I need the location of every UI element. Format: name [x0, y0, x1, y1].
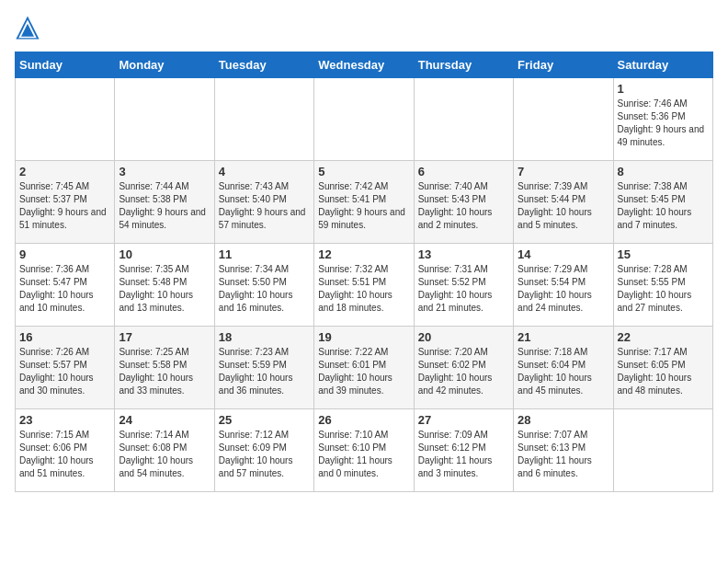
- day-number: 27: [418, 413, 509, 427]
- calendar-cell: 23Sunrise: 7:15 AM Sunset: 6:06 PM Dayli…: [16, 409, 115, 492]
- logo: [15, 15, 44, 40]
- calendar-cell: [115, 78, 214, 161]
- day-detail: Sunrise: 7:31 AM Sunset: 5:52 PM Dayligh…: [418, 263, 509, 315]
- calendar-week-row: 9Sunrise: 7:36 AM Sunset: 5:47 PM Daylig…: [16, 244, 713, 327]
- day-detail: Sunrise: 7:25 AM Sunset: 5:58 PM Dayligh…: [119, 346, 210, 397]
- calendar-cell: 27Sunrise: 7:09 AM Sunset: 6:12 PM Dayli…: [414, 409, 513, 492]
- calendar-cell: 17Sunrise: 7:25 AM Sunset: 5:58 PM Dayli…: [115, 327, 214, 409]
- day-detail: Sunrise: 7:29 AM Sunset: 5:54 PM Dayligh…: [518, 263, 609, 315]
- day-number: 8: [618, 165, 709, 178]
- calendar-cell: 13Sunrise: 7:31 AM Sunset: 5:52 PM Dayli…: [414, 244, 513, 327]
- day-detail: Sunrise: 7:44 AM Sunset: 5:38 PM Dayligh…: [119, 180, 210, 232]
- day-number: 7: [518, 165, 609, 178]
- day-number: 24: [119, 413, 210, 427]
- day-number: 1: [618, 82, 709, 96]
- calendar-week-row: 23Sunrise: 7:15 AM Sunset: 6:06 PM Dayli…: [16, 409, 713, 492]
- calendar-cell: 26Sunrise: 7:10 AM Sunset: 6:10 PM Dayli…: [314, 409, 414, 492]
- day-detail: Sunrise: 7:23 AM Sunset: 5:59 PM Dayligh…: [219, 346, 310, 397]
- calendar-cell: 10Sunrise: 7:35 AM Sunset: 5:48 PM Dayli…: [115, 244, 214, 327]
- day-number: 23: [19, 413, 110, 427]
- page-header: [15, 15, 713, 40]
- day-number: 14: [518, 247, 609, 261]
- day-number: 22: [618, 330, 709, 344]
- day-number: 28: [518, 413, 609, 427]
- day-detail: Sunrise: 7:38 AM Sunset: 5:45 PM Dayligh…: [618, 180, 709, 232]
- day-detail: Sunrise: 7:40 AM Sunset: 5:43 PM Dayligh…: [418, 180, 509, 232]
- calendar-table: SundayMondayTuesdayWednesdayThursdayFrid…: [15, 52, 713, 492]
- day-detail: Sunrise: 7:12 AM Sunset: 6:09 PM Dayligh…: [219, 429, 310, 480]
- calendar-cell: 19Sunrise: 7:22 AM Sunset: 6:01 PM Dayli…: [314, 327, 414, 409]
- calendar-cell: 22Sunrise: 7:17 AM Sunset: 6:05 PM Dayli…: [613, 327, 712, 409]
- calendar-cell: 9Sunrise: 7:36 AM Sunset: 5:47 PM Daylig…: [16, 244, 115, 327]
- day-detail: Sunrise: 7:07 AM Sunset: 6:13 PM Dayligh…: [518, 429, 609, 480]
- weekday-header-thursday: Thursday: [414, 52, 513, 78]
- day-detail: Sunrise: 7:26 AM Sunset: 5:57 PM Dayligh…: [19, 346, 110, 397]
- calendar-cell: [314, 78, 414, 161]
- day-number: 5: [318, 165, 409, 178]
- day-detail: Sunrise: 7:35 AM Sunset: 5:48 PM Dayligh…: [119, 263, 210, 315]
- day-detail: Sunrise: 7:22 AM Sunset: 6:01 PM Dayligh…: [318, 346, 409, 397]
- day-detail: Sunrise: 7:15 AM Sunset: 6:06 PM Dayligh…: [19, 429, 110, 480]
- calendar-cell: 5Sunrise: 7:42 AM Sunset: 5:41 PM Daylig…: [314, 161, 414, 244]
- day-number: 11: [219, 247, 310, 261]
- weekday-header-tuesday: Tuesday: [214, 52, 313, 78]
- calendar-cell: 15Sunrise: 7:28 AM Sunset: 5:55 PM Dayli…: [613, 244, 712, 327]
- day-detail: Sunrise: 7:28 AM Sunset: 5:55 PM Dayligh…: [618, 263, 709, 315]
- day-detail: Sunrise: 7:14 AM Sunset: 6:08 PM Dayligh…: [119, 429, 210, 480]
- day-number: 13: [418, 247, 509, 261]
- calendar-cell: 18Sunrise: 7:23 AM Sunset: 5:59 PM Dayli…: [214, 327, 313, 409]
- day-number: 9: [19, 247, 110, 261]
- day-number: 20: [418, 330, 509, 344]
- day-number: 16: [19, 330, 110, 344]
- day-detail: Sunrise: 7:45 AM Sunset: 5:37 PM Dayligh…: [19, 180, 110, 232]
- day-detail: Sunrise: 7:39 AM Sunset: 5:44 PM Dayligh…: [518, 180, 609, 232]
- day-detail: Sunrise: 7:17 AM Sunset: 6:05 PM Dayligh…: [618, 346, 709, 397]
- day-detail: Sunrise: 7:34 AM Sunset: 5:50 PM Dayligh…: [219, 263, 310, 315]
- calendar-cell: 20Sunrise: 7:20 AM Sunset: 6:02 PM Dayli…: [414, 327, 513, 409]
- calendar-cell: 14Sunrise: 7:29 AM Sunset: 5:54 PM Dayli…: [514, 244, 613, 327]
- calendar-cell: 4Sunrise: 7:43 AM Sunset: 5:40 PM Daylig…: [214, 161, 313, 244]
- calendar-cell: [214, 78, 313, 161]
- day-number: 19: [318, 330, 409, 344]
- weekday-header-monday: Monday: [115, 52, 214, 78]
- day-number: 6: [418, 165, 509, 178]
- day-detail: Sunrise: 7:09 AM Sunset: 6:12 PM Dayligh…: [418, 429, 509, 480]
- day-number: 18: [219, 330, 310, 344]
- day-detail: Sunrise: 7:42 AM Sunset: 5:41 PM Dayligh…: [318, 180, 409, 232]
- weekday-header-saturday: Saturday: [613, 52, 712, 78]
- weekday-header-sunday: Sunday: [16, 52, 115, 78]
- calendar-cell: [414, 78, 513, 161]
- calendar-week-row: 2Sunrise: 7:45 AM Sunset: 5:37 PM Daylig…: [16, 161, 713, 244]
- day-number: 26: [318, 413, 409, 427]
- calendar-cell: 1Sunrise: 7:46 AM Sunset: 5:36 PM Daylig…: [613, 78, 712, 161]
- calendar-cell: 24Sunrise: 7:14 AM Sunset: 6:08 PM Dayli…: [115, 409, 214, 492]
- calendar-cell: 21Sunrise: 7:18 AM Sunset: 6:04 PM Dayli…: [514, 327, 613, 409]
- day-detail: Sunrise: 7:43 AM Sunset: 5:40 PM Dayligh…: [219, 180, 310, 232]
- calendar-cell: 25Sunrise: 7:12 AM Sunset: 6:09 PM Dayli…: [214, 409, 313, 492]
- day-detail: Sunrise: 7:32 AM Sunset: 5:51 PM Dayligh…: [318, 263, 409, 315]
- day-number: 2: [19, 165, 110, 178]
- day-number: 12: [318, 247, 409, 261]
- day-detail: Sunrise: 7:36 AM Sunset: 5:47 PM Dayligh…: [19, 263, 110, 315]
- calendar-cell: 3Sunrise: 7:44 AM Sunset: 5:38 PM Daylig…: [115, 161, 214, 244]
- calendar-cell: [514, 78, 613, 161]
- day-number: 15: [618, 247, 709, 261]
- calendar-cell: 11Sunrise: 7:34 AM Sunset: 5:50 PM Dayli…: [214, 244, 313, 327]
- calendar-cell: 12Sunrise: 7:32 AM Sunset: 5:51 PM Dayli…: [314, 244, 414, 327]
- day-number: 21: [518, 330, 609, 344]
- day-number: 17: [119, 330, 210, 344]
- calendar-cell: 16Sunrise: 7:26 AM Sunset: 5:57 PM Dayli…: [16, 327, 115, 409]
- calendar-cell: 28Sunrise: 7:07 AM Sunset: 6:13 PM Dayli…: [514, 409, 613, 492]
- weekday-header-friday: Friday: [514, 52, 613, 78]
- weekday-header-wednesday: Wednesday: [314, 52, 414, 78]
- day-detail: Sunrise: 7:18 AM Sunset: 6:04 PM Dayligh…: [518, 346, 609, 397]
- day-number: 10: [119, 247, 210, 261]
- day-detail: Sunrise: 7:20 AM Sunset: 6:02 PM Dayligh…: [418, 346, 509, 397]
- calendar-cell: 8Sunrise: 7:38 AM Sunset: 5:45 PM Daylig…: [613, 161, 712, 244]
- day-number: 25: [219, 413, 310, 427]
- day-number: 4: [219, 165, 310, 178]
- calendar-week-row: 16Sunrise: 7:26 AM Sunset: 5:57 PM Dayli…: [16, 327, 713, 409]
- day-number: 3: [119, 165, 210, 178]
- day-detail: Sunrise: 7:10 AM Sunset: 6:10 PM Dayligh…: [318, 429, 409, 480]
- calendar-week-row: 1Sunrise: 7:46 AM Sunset: 5:36 PM Daylig…: [16, 78, 713, 161]
